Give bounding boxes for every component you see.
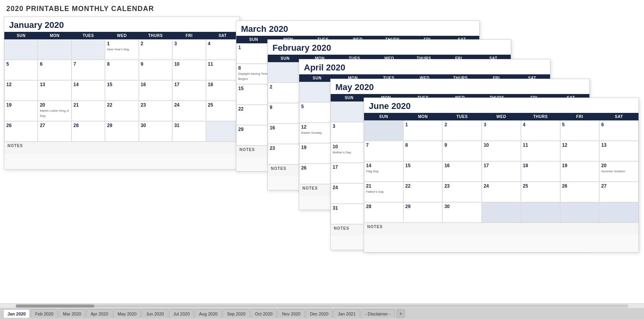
table-row: 21Father's Day [364, 182, 403, 202]
table-row: 10 [482, 141, 521, 161]
table-row: 20Martin Luther King Jr Day [38, 101, 71, 121]
table-row: 29 [236, 125, 271, 146]
scroll-track[interactable] [16, 304, 628, 308]
table-row: 24 [482, 182, 521, 202]
tab-may-2020[interactable]: May 2020 [113, 309, 141, 318]
table-row: 1 [403, 120, 443, 141]
table-row: 15 [105, 80, 138, 101]
tab-jan-2021[interactable]: Jan 2021 [333, 309, 360, 318]
table-row: 24 [172, 101, 206, 121]
table-row: 14Flag Day [364, 161, 403, 182]
table-row: 8 [403, 141, 443, 161]
table-row [521, 202, 560, 223]
table-row: 22 [105, 101, 138, 121]
table-row: 19 [560, 161, 600, 182]
june-header: SUN MON TUES WED THURS FRI SAT [364, 113, 638, 120]
table-row [299, 82, 335, 102]
table-row: 13 [599, 141, 638, 161]
tab-jul-2020[interactable]: Jul 2020 [169, 309, 194, 318]
june-grid: 1 2 3 4 5 6 7 8 9 10 11 12 13 14Flag Day… [364, 120, 638, 223]
table-row: 1 [236, 43, 271, 64]
table-row: 28 [364, 202, 403, 223]
tab-oct-2020[interactable]: Oct 2020 [251, 309, 277, 318]
table-row [206, 121, 239, 142]
table-row: 5 [4, 60, 38, 80]
tab-sep-2020[interactable]: Sep 2020 [223, 309, 250, 318]
table-row: 2 [442, 120, 482, 141]
table-row: 10 [172, 60, 206, 80]
table-row: 16 [139, 80, 172, 101]
tab-mar-2020[interactable]: Mar 2020 [59, 309, 85, 318]
main-container: 2020 PRINTABLE MONTHLY CALENDAR January … [0, 0, 644, 319]
tab-dec-2020[interactable]: Dec 2020 [305, 309, 333, 318]
scroll-thumb[interactable] [16, 304, 94, 308]
table-row: 5 [560, 120, 600, 141]
january-calendar: January 2020 SUN MON TUES WED THURS FRI … [4, 17, 240, 170]
table-row: 1New Year's Day [105, 39, 138, 60]
table-row: 4 [206, 39, 239, 60]
june-notes: NOTES [364, 223, 638, 234]
tab-jan-2020[interactable]: Jan 2020 [3, 309, 30, 318]
table-row: 9 [139, 60, 172, 80]
table-row [331, 101, 368, 122]
table-row: 12Easter Sunday [299, 123, 335, 143]
table-row: 24 [331, 183, 368, 204]
table-row: 23 [139, 101, 172, 121]
tabs-bar: Jan 2020 Feb 2020 Mar 2020 Apr 2020 May … [0, 308, 644, 319]
table-row: 11 [206, 60, 239, 80]
table-row: 27 [38, 121, 71, 142]
table-row: 26 [4, 121, 38, 142]
table-row: 18 [521, 161, 560, 182]
table-row [364, 120, 403, 141]
january-grid: 1New Year's Day 2 3 4 5 6 7 8 9 10 11 12… [4, 39, 239, 142]
table-row: 31 [331, 204, 368, 224]
table-row: 12 [4, 80, 38, 101]
tab-feb-2020[interactable]: Feb 2020 [31, 309, 57, 318]
jan-fri: FRI [172, 32, 206, 39]
table-row: 14 [72, 80, 105, 101]
table-row: 26 [299, 164, 335, 184]
table-row [38, 39, 71, 60]
table-row: 16 [442, 161, 482, 182]
table-row: 28 [72, 121, 105, 142]
tab-add-button[interactable]: + [396, 309, 405, 318]
table-row: 20Summer Solstice [599, 161, 638, 182]
table-row: 6 [599, 120, 638, 141]
table-row: 29 [105, 121, 138, 142]
table-row: 16 [268, 124, 302, 144]
jan-mon: MON [38, 32, 71, 39]
table-row: 23 [268, 144, 302, 164]
tab-disclaimer[interactable]: - Disclaimer - [361, 309, 395, 318]
table-row: 31 [172, 121, 206, 142]
table-row: 30 [139, 121, 172, 142]
table-row: 2 [268, 83, 302, 103]
table-row [72, 39, 105, 60]
table-row: 6 [38, 60, 71, 80]
table-row: 15 [403, 161, 443, 182]
june-calendar: June 2020 SUN MON TUES WED THURS FRI SAT… [364, 98, 639, 253]
tab-aug-2020[interactable]: Aug 2020 [195, 309, 222, 318]
table-row [268, 62, 302, 83]
table-row: 27 [599, 182, 638, 202]
table-row: 8Daylight Saving Time Begins [236, 64, 271, 84]
table-row: 30 [442, 202, 482, 223]
table-row: 11 [521, 141, 560, 161]
table-row: 29 [403, 202, 443, 223]
tab-jun-2020[interactable]: Jun 2020 [142, 309, 168, 318]
table-row: 15 [236, 84, 271, 105]
table-row: 17 [172, 80, 206, 101]
table-row [560, 202, 600, 223]
table-row: 5 [299, 102, 335, 123]
june-title: June 2020 [364, 98, 638, 113]
scroll-bar-area[interactable] [0, 303, 644, 308]
february-title: February 2020 [268, 40, 511, 55]
january-title: January 2020 [4, 17, 239, 32]
table-row: 21 [72, 101, 105, 121]
jan-tues: TUES [72, 32, 105, 39]
tab-apr-2020[interactable]: Apr 2020 [86, 309, 112, 318]
table-row: 18 [206, 80, 239, 101]
table-row: 19 [299, 143, 335, 164]
january-notes: NOTES [4, 142, 239, 153]
table-row [4, 39, 38, 60]
tab-nov-2020[interactable]: Nov 2020 [278, 309, 305, 318]
